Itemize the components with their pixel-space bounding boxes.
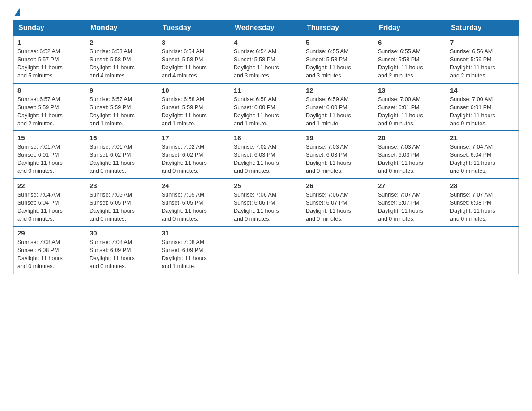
day-info: Sunrise: 7:08 AMSunset: 6:09 PMDaylight:… bbox=[162, 238, 226, 271]
day-number: 11 bbox=[234, 86, 298, 94]
header-cell-tuesday: Tuesday bbox=[158, 20, 230, 36]
day-number: 22 bbox=[17, 182, 82, 189]
day-number: 24 bbox=[162, 182, 226, 189]
calendar-cell: 7Sunrise: 6:56 AMSunset: 5:59 PMDaylight… bbox=[446, 36, 519, 83]
calendar-cell: 19Sunrise: 7:03 AMSunset: 6:03 PMDayligh… bbox=[302, 131, 374, 179]
calendar-cell: 30Sunrise: 7:08 AMSunset: 6:09 PMDayligh… bbox=[86, 226, 158, 274]
calendar-header: SundayMondayTuesdayWednesdayThursdayFrid… bbox=[14, 20, 519, 36]
day-number: 21 bbox=[450, 134, 515, 141]
calendar-cell: 21Sunrise: 7:04 AMSunset: 6:04 PMDayligh… bbox=[446, 131, 519, 179]
day-info: Sunrise: 6:56 AMSunset: 5:59 PMDaylight:… bbox=[450, 47, 515, 80]
day-number: 16 bbox=[90, 134, 154, 141]
day-number: 2 bbox=[90, 39, 154, 46]
page-header bbox=[13, 9, 519, 15]
week-row-4: 29Sunrise: 7:08 AMSunset: 6:08 PMDayligh… bbox=[14, 226, 519, 274]
day-info: Sunrise: 7:05 AMSunset: 6:05 PMDaylight:… bbox=[162, 191, 226, 223]
day-info: Sunrise: 7:01 AMSunset: 6:02 PMDaylight:… bbox=[90, 143, 154, 176]
calendar-cell: 3Sunrise: 6:54 AMSunset: 5:58 PMDaylight… bbox=[158, 36, 230, 83]
calendar-cell: 28Sunrise: 7:07 AMSunset: 6:08 PMDayligh… bbox=[446, 179, 519, 227]
day-info: Sunrise: 6:58 AMSunset: 6:00 PMDaylight:… bbox=[234, 95, 298, 128]
day-info: Sunrise: 7:04 AMSunset: 6:04 PMDaylight:… bbox=[17, 191, 82, 223]
calendar-cell: 27Sunrise: 7:07 AMSunset: 6:07 PMDayligh… bbox=[374, 179, 446, 227]
day-info: Sunrise: 6:53 AMSunset: 5:58 PMDaylight:… bbox=[90, 47, 154, 80]
header-cell-monday: Monday bbox=[86, 20, 158, 36]
calendar-cell: 10Sunrise: 6:58 AMSunset: 5:59 PMDayligh… bbox=[158, 83, 230, 131]
calendar-cell: 22Sunrise: 7:04 AMSunset: 6:04 PMDayligh… bbox=[14, 179, 86, 227]
day-info: Sunrise: 7:08 AMSunset: 6:08 PMDaylight:… bbox=[17, 238, 82, 271]
day-number: 26 bbox=[306, 182, 370, 189]
day-number: 18 bbox=[234, 134, 298, 141]
calendar-cell: 31Sunrise: 7:08 AMSunset: 6:09 PMDayligh… bbox=[158, 226, 230, 274]
day-info: Sunrise: 6:55 AMSunset: 5:58 PMDaylight:… bbox=[378, 47, 442, 80]
calendar-cell: 25Sunrise: 7:06 AMSunset: 6:06 PMDayligh… bbox=[230, 179, 302, 227]
calendar-cell: 16Sunrise: 7:01 AMSunset: 6:02 PMDayligh… bbox=[86, 131, 158, 179]
day-number: 23 bbox=[90, 182, 154, 189]
day-number: 9 bbox=[90, 86, 154, 94]
day-info: Sunrise: 6:52 AMSunset: 5:57 PMDaylight:… bbox=[17, 47, 82, 80]
week-row-3: 22Sunrise: 7:04 AMSunset: 6:04 PMDayligh… bbox=[14, 179, 519, 227]
header-row: SundayMondayTuesdayWednesdayThursdayFrid… bbox=[14, 20, 519, 36]
header-cell-sunday: Sunday bbox=[14, 20, 86, 36]
header-cell-friday: Friday bbox=[374, 20, 446, 36]
day-number: 19 bbox=[306, 134, 370, 141]
day-info: Sunrise: 7:08 AMSunset: 6:09 PMDaylight:… bbox=[90, 238, 154, 271]
calendar-table: SundayMondayTuesdayWednesdayThursdayFrid… bbox=[13, 20, 519, 274]
day-info: Sunrise: 7:06 AMSunset: 6:06 PMDaylight:… bbox=[234, 191, 298, 223]
logo bbox=[13, 9, 20, 15]
calendar-cell: 13Sunrise: 7:00 AMSunset: 6:01 PMDayligh… bbox=[374, 83, 446, 131]
calendar-cell: 4Sunrise: 6:54 AMSunset: 5:58 PMDaylight… bbox=[230, 36, 302, 83]
calendar-cell: 17Sunrise: 7:02 AMSunset: 6:02 PMDayligh… bbox=[158, 131, 230, 179]
day-number: 31 bbox=[162, 229, 226, 237]
calendar-cell: 20Sunrise: 7:03 AMSunset: 6:03 PMDayligh… bbox=[374, 131, 446, 179]
day-number: 1 bbox=[17, 39, 82, 46]
day-info: Sunrise: 7:02 AMSunset: 6:02 PMDaylight:… bbox=[162, 143, 226, 176]
day-info: Sunrise: 7:04 AMSunset: 6:04 PMDaylight:… bbox=[450, 143, 515, 176]
day-info: Sunrise: 6:54 AMSunset: 5:58 PMDaylight:… bbox=[162, 47, 226, 80]
day-info: Sunrise: 6:59 AMSunset: 6:00 PMDaylight:… bbox=[306, 95, 370, 128]
calendar-cell: 29Sunrise: 7:08 AMSunset: 6:08 PMDayligh… bbox=[14, 226, 86, 274]
calendar-cell: 9Sunrise: 6:57 AMSunset: 5:59 PMDaylight… bbox=[86, 83, 158, 131]
day-number: 27 bbox=[378, 182, 442, 189]
day-number: 7 bbox=[450, 39, 515, 46]
day-info: Sunrise: 7:05 AMSunset: 6:05 PMDaylight:… bbox=[90, 191, 154, 223]
day-info: Sunrise: 6:57 AMSunset: 5:59 PMDaylight:… bbox=[17, 95, 82, 128]
calendar-cell: 15Sunrise: 7:01 AMSunset: 6:01 PMDayligh… bbox=[14, 131, 86, 179]
day-info: Sunrise: 7:06 AMSunset: 6:07 PMDaylight:… bbox=[306, 191, 370, 223]
calendar-body: 1Sunrise: 6:52 AMSunset: 5:57 PMDaylight… bbox=[14, 36, 519, 274]
calendar-cell: 11Sunrise: 6:58 AMSunset: 6:00 PMDayligh… bbox=[230, 83, 302, 131]
day-number: 13 bbox=[378, 86, 442, 94]
day-info: Sunrise: 7:03 AMSunset: 6:03 PMDaylight:… bbox=[306, 143, 370, 176]
day-number: 12 bbox=[306, 86, 370, 94]
day-info: Sunrise: 7:02 AMSunset: 6:03 PMDaylight:… bbox=[234, 143, 298, 176]
day-number: 3 bbox=[162, 39, 226, 46]
day-number: 29 bbox=[17, 229, 82, 237]
week-row-2: 15Sunrise: 7:01 AMSunset: 6:01 PMDayligh… bbox=[14, 131, 519, 179]
logo-text bbox=[13, 9, 20, 17]
day-number: 10 bbox=[162, 86, 226, 94]
calendar-cell: 2Sunrise: 6:53 AMSunset: 5:58 PMDaylight… bbox=[86, 36, 158, 83]
calendar-cell: 5Sunrise: 6:55 AMSunset: 5:58 PMDaylight… bbox=[302, 36, 374, 83]
day-number: 14 bbox=[450, 86, 515, 94]
calendar-cell bbox=[230, 226, 302, 274]
calendar-cell: 24Sunrise: 7:05 AMSunset: 6:05 PMDayligh… bbox=[158, 179, 230, 227]
day-info: Sunrise: 6:55 AMSunset: 5:58 PMDaylight:… bbox=[306, 47, 370, 80]
calendar-cell: 14Sunrise: 7:00 AMSunset: 6:01 PMDayligh… bbox=[446, 83, 519, 131]
day-info: Sunrise: 7:00 AMSunset: 6:01 PMDaylight:… bbox=[450, 95, 515, 128]
logo-triangle-icon bbox=[14, 8, 20, 16]
calendar-cell: 26Sunrise: 7:06 AMSunset: 6:07 PMDayligh… bbox=[302, 179, 374, 227]
day-info: Sunrise: 6:58 AMSunset: 5:59 PMDaylight:… bbox=[162, 95, 226, 128]
calendar-cell: 1Sunrise: 6:52 AMSunset: 5:57 PMDaylight… bbox=[14, 36, 86, 83]
day-number: 6 bbox=[378, 39, 442, 46]
day-info: Sunrise: 7:01 AMSunset: 6:01 PMDaylight:… bbox=[17, 143, 82, 176]
day-info: Sunrise: 7:07 AMSunset: 6:08 PMDaylight:… bbox=[450, 191, 515, 223]
calendar-cell: 23Sunrise: 7:05 AMSunset: 6:05 PMDayligh… bbox=[86, 179, 158, 227]
day-number: 25 bbox=[234, 182, 298, 189]
week-row-0: 1Sunrise: 6:52 AMSunset: 5:57 PMDaylight… bbox=[14, 36, 519, 83]
calendar-cell: 8Sunrise: 6:57 AMSunset: 5:59 PMDaylight… bbox=[14, 83, 86, 131]
header-cell-saturday: Saturday bbox=[446, 20, 519, 36]
calendar-cell bbox=[302, 226, 374, 274]
day-info: Sunrise: 7:07 AMSunset: 6:07 PMDaylight:… bbox=[378, 191, 442, 223]
header-cell-wednesday: Wednesday bbox=[230, 20, 302, 36]
day-number: 30 bbox=[90, 229, 154, 237]
day-info: Sunrise: 7:03 AMSunset: 6:03 PMDaylight:… bbox=[378, 143, 442, 176]
